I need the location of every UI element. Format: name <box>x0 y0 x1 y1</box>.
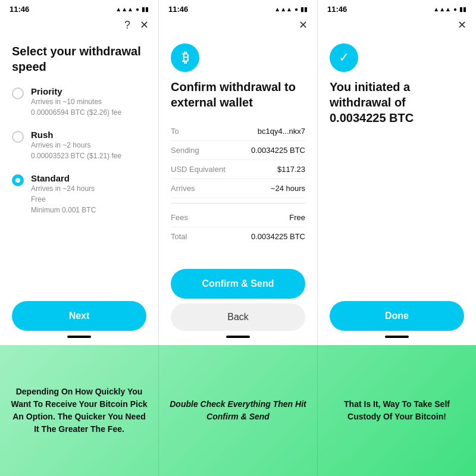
radio-rush[interactable] <box>12 131 24 143</box>
bottom-bar-2 <box>159 331 317 343</box>
detail-to: To bc1qy4...nkx7 <box>171 122 305 141</box>
bottom-bar-3 <box>318 331 476 343</box>
btc-icon: ₿ <box>171 43 199 72</box>
close-icon-1[interactable]: ✕ <box>140 18 149 32</box>
detail-label-to: To <box>171 127 179 136</box>
status-icons-1: ▲▲▲ ● ▮▮ <box>115 6 149 12</box>
home-bar-1 <box>67 336 91 338</box>
detail-value-to: bc1qy4...nkx7 <box>258 127 305 136</box>
signal-icon-3: ▲▲▲ <box>433 6 451 12</box>
option-text-standard: Standard Arrives in ~24 hoursFreeMinimum… <box>31 173 96 215</box>
buttons-area-1: Next <box>0 301 158 345</box>
detail-label-total: Total <box>171 232 187 241</box>
top-section: 11:46 ▲▲▲ ● ▮▮ ? ✕ Select your withdrawa… <box>0 0 476 345</box>
detail-value-sending: 0.0034225 BTC <box>251 146 305 155</box>
detail-value-arrives: ~24 hours <box>271 184 305 193</box>
home-bar-2 <box>226 336 250 338</box>
done-button[interactable]: Done <box>330 301 464 331</box>
detail-usd: USD Equivalent $117.23 <box>171 160 305 179</box>
panel-title-3: You initiated a withdrawal of 0.0034225 … <box>330 79 464 126</box>
status-bar-2: 11:46 ▲▲▲ ● ▮▮ <box>159 0 317 16</box>
status-icons-2: ▲▲▲ ● ▮▮ <box>274 6 308 12</box>
detail-label-usd: USD Equivalent <box>171 165 226 174</box>
panel-title-1: Select your withdrawal speed <box>12 43 146 74</box>
option-name-priority: Priority <box>31 86 121 96</box>
radio-priority[interactable] <box>12 87 24 99</box>
battery-icon: ▮▮ <box>142 6 149 12</box>
option-desc-rush: Arrives in ~2 hours0.00003523 BTC ($1.21… <box>31 140 121 161</box>
panel-header-3: ✕ <box>318 16 476 36</box>
panel-content-1: Select your withdrawal speed Priority Ar… <box>0 36 158 301</box>
status-time-3: 11:46 <box>327 5 347 14</box>
option-rush[interactable]: Rush Arrives in ~2 hours0.00003523 BTC (… <box>12 130 146 161</box>
signal-icon: ▲▲▲ <box>115 6 133 12</box>
buttons-area-2: Confirm & Send Back <box>159 269 317 345</box>
check-icon: ✓ <box>330 43 358 72</box>
radio-standard[interactable] <box>12 174 24 186</box>
option-desc-priority: Arrives in ~10 minutes0.00006594 BTC ($2… <box>31 96 121 118</box>
close-icon-3[interactable]: ✕ <box>458 18 466 32</box>
detail-label-arrives: Arrives <box>171 184 195 193</box>
signal-icon-2: ▲▲▲ <box>274 6 292 12</box>
panel-success: 11:46 ▲▲▲ ● ▮▮ ✕ ✓ You initiated a withd… <box>318 0 476 345</box>
bottom-caption-1: Depending On How Quickly You Want To Rec… <box>10 386 149 436</box>
help-icon[interactable]: ? <box>124 19 130 32</box>
status-icons-3: ▲▲▲ ● ▮▮ <box>433 6 466 12</box>
panel-header-2: ✕ <box>159 16 317 36</box>
option-name-standard: Standard <box>31 173 96 183</box>
detail-total: Total 0.0034225 BTC <box>171 227 305 246</box>
panel-confirm: 11:46 ▲▲▲ ● ▮▮ ✕ ₿ Confirm withdrawal to… <box>159 0 318 345</box>
radio-inner-standard <box>15 178 20 183</box>
status-bar-1: 11:46 ▲▲▲ ● ▮▮ <box>0 0 158 16</box>
back-button[interactable]: Back <box>171 303 305 331</box>
status-time-2: 11:46 <box>168 5 188 14</box>
status-bar-3: 11:46 ▲▲▲ ● ▮▮ <box>318 0 476 16</box>
bottom-panel-2: Double Check Everything Then Hit Confirm… <box>159 345 318 476</box>
detail-fees: Fees Free <box>171 208 305 227</box>
detail-value-fees: Free <box>289 213 305 222</box>
bottom-caption-3: That Is It, Way To Take Self Custody Of … <box>327 398 466 423</box>
option-text-rush: Rush Arrives in ~2 hours0.00003523 BTC (… <box>31 130 121 161</box>
detail-value-total: 0.0034225 BTC <box>251 232 305 241</box>
panel-content-2: ₿ Confirm withdrawal to external wallet … <box>159 36 317 269</box>
confirm-send-button[interactable]: Confirm & Send <box>171 269 305 299</box>
panel-withdrawal-speed: 11:46 ▲▲▲ ● ▮▮ ? ✕ Select your withdrawa… <box>0 0 159 345</box>
bottom-panel-1: Depending On How Quickly You Want To Rec… <box>0 345 159 476</box>
bottom-caption-2: Double Check Everything Then Hit Confirm… <box>168 398 308 423</box>
next-button[interactable]: Next <box>12 301 146 331</box>
panel-content-3: ✓ You initiated a withdrawal of 0.003422… <box>318 36 476 301</box>
status-time-1: 11:46 <box>10 5 29 14</box>
option-name-rush: Rush <box>31 130 121 140</box>
option-standard[interactable]: Standard Arrives in ~24 hoursFreeMinimum… <box>12 173 146 215</box>
panel-title-2: Confirm withdrawal to external wallet <box>171 79 305 110</box>
close-icon-2[interactable]: ✕ <box>299 18 308 32</box>
home-bar-3 <box>385 336 409 338</box>
buttons-area-3: Done <box>318 301 476 345</box>
bottom-section: Depending On How Quickly You Want To Rec… <box>0 345 476 476</box>
bottom-bar-1 <box>0 331 158 343</box>
detail-sending: Sending 0.0034225 BTC <box>171 141 305 160</box>
option-desc-standard: Arrives in ~24 hoursFreeMinimum 0.001 BT… <box>31 183 96 215</box>
battery-icon-3: ▮▮ <box>459 6 466 12</box>
detail-value-usd: $117.23 <box>277 165 305 174</box>
detail-label-fees: Fees <box>171 213 188 222</box>
option-text-priority: Priority Arrives in ~10 minutes0.0000659… <box>31 86 121 118</box>
battery-icon-2: ▮▮ <box>300 6 308 12</box>
detail-arrives: Arrives ~24 hours <box>171 179 305 198</box>
bottom-panel-3: That Is It, Way To Take Self Custody Of … <box>318 345 476 476</box>
wifi-icon-2: ● <box>295 6 298 12</box>
panel-header-1: ? ✕ <box>0 16 158 36</box>
option-priority[interactable]: Priority Arrives in ~10 minutes0.0000659… <box>12 86 146 118</box>
detail-label-sending: Sending <box>171 146 199 155</box>
wifi-icon-3: ● <box>453 6 457 12</box>
divider <box>171 203 305 203</box>
wifi-icon: ● <box>136 6 139 12</box>
